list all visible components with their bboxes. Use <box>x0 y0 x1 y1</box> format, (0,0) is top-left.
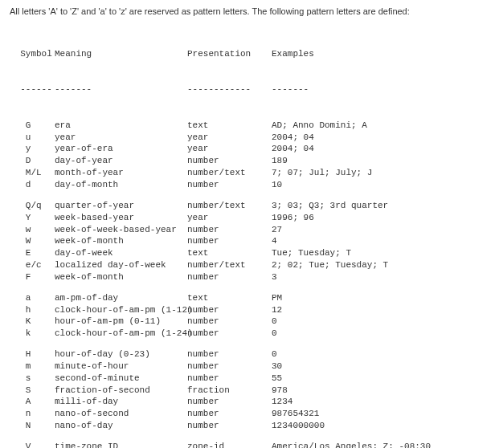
cell-presentation: fraction <box>187 385 272 397</box>
cell-presentation: number <box>187 348 272 360</box>
cell-symbol: m <box>10 360 55 373</box>
cell-symbol: N <box>10 420 55 432</box>
cell-presentation: number <box>187 235 272 247</box>
header-examples: Examples <box>272 48 493 60</box>
cell-symbol: S <box>10 385 55 397</box>
cell-examples: 0 <box>272 316 493 328</box>
cell-presentation: text <box>187 120 272 132</box>
cell-examples: 1234000000 <box>272 420 493 432</box>
header-symbol: Symbol <box>10 48 55 60</box>
cell-examples: 987654321 <box>272 408 493 420</box>
cell-presentation: text <box>187 247 272 259</box>
cell-symbol: k <box>10 328 55 340</box>
cell-examples: 189 <box>272 155 493 167</box>
table-row: Nnano-of-daynumber1234000000 <box>10 420 493 432</box>
cell-meaning: day-of-year <box>55 155 187 167</box>
cell-meaning: am-pm-of-day <box>55 292 187 304</box>
cell-presentation: number <box>187 179 272 191</box>
cell-meaning: week-of-week-based-year <box>55 224 187 236</box>
divider: ------------ <box>187 83 272 96</box>
cell-examples: 0 <box>272 348 493 360</box>
divider: ------ <box>10 83 55 96</box>
cell-presentation: number <box>187 328 272 340</box>
cell-meaning: era <box>55 120 187 132</box>
cell-presentation: number <box>187 316 272 328</box>
cell-symbol: D <box>10 155 55 167</box>
cell-presentation: number/text <box>187 259 272 271</box>
cell-examples: PM <box>272 292 493 304</box>
table-row: nnano-of-secondnumber987654321 <box>10 408 493 420</box>
cell-meaning: fraction-of-second <box>55 385 187 397</box>
cell-examples: 7; 07; Jul; July; J <box>272 167 493 179</box>
cell-meaning: clock-hour-of-am-pm (1-24) <box>55 328 187 340</box>
cell-examples: 3; 03; Q3; 3rd quarter <box>272 200 493 212</box>
cell-examples: 1996; 96 <box>272 212 493 224</box>
cell-examples: 55 <box>272 373 493 385</box>
table-row: ssecond-of-minutenumber55 <box>10 373 493 385</box>
cell-meaning: week-based-year <box>55 212 187 224</box>
table-row: uyearyear2004; 04 <box>10 132 493 144</box>
cell-presentation: year <box>187 143 272 155</box>
cell-presentation: year <box>187 212 272 224</box>
cell-symbol: a <box>10 292 55 304</box>
cell-symbol: n <box>10 408 55 420</box>
cell-meaning: nano-of-day <box>55 420 187 432</box>
cell-symbol: F <box>10 271 55 283</box>
cell-meaning: hour-of-day (0-23) <box>55 348 187 360</box>
table-row: Dday-of-yearnumber189 <box>10 155 493 167</box>
table-row: e/clocalized day-of-weeknumber/text2; 02… <box>10 259 493 271</box>
table-row: wweek-of-week-based-yearnumber27 <box>10 224 493 236</box>
cell-symbol: A <box>10 396 55 408</box>
group-gap <box>10 191 493 200</box>
cell-symbol: K <box>10 316 55 328</box>
table-row: Yweek-based-yearyear1996; 96 <box>10 212 493 224</box>
cell-examples: Tue; Tuesday; T <box>272 247 493 259</box>
cell-meaning: year <box>55 132 187 144</box>
table-divider-row: ------ ------- ------------ ------- <box>10 83 493 96</box>
divider: ------- <box>55 83 187 96</box>
table-row: Vtime-zone IDzone-idAmerica/Los_Angeles;… <box>10 441 493 448</box>
group-gap <box>10 283 493 292</box>
cell-symbol: E <box>10 247 55 259</box>
cell-symbol: H <box>10 348 55 360</box>
cell-meaning: day-of-week <box>55 247 187 259</box>
divider: ------- <box>272 83 493 96</box>
intro-text: All letters 'A' to 'Z' and 'a' to 'z' ar… <box>10 6 493 16</box>
table-row: M/Lmonth-of-yearnumber/text7; 07; Jul; J… <box>10 167 493 179</box>
group-gap <box>10 432 493 441</box>
table-row: aam-pm-of-daytextPM <box>10 292 493 304</box>
cell-presentation: number/text <box>187 200 272 212</box>
cell-symbol: e/c <box>10 259 55 271</box>
cell-presentation: zone-id <box>187 441 272 448</box>
cell-presentation: year <box>187 132 272 144</box>
table-row: Q/qquarter-of-yearnumber/text3; 03; Q3; … <box>10 200 493 212</box>
table-row: Fweek-of-monthnumber3 <box>10 271 493 283</box>
cell-presentation: number <box>187 155 272 167</box>
cell-meaning: week-of-month <box>55 235 187 247</box>
table-row: hclock-hour-of-am-pm (1-12)number12 <box>10 304 493 316</box>
cell-examples: AD; Anno Domini; A <box>272 120 493 132</box>
table-row: Eday-of-weektextTue; Tuesday; T <box>10 247 493 259</box>
header-meaning: Meaning <box>55 48 187 60</box>
cell-examples: 27 <box>272 224 493 236</box>
header-presentation: Presentation <box>187 48 272 60</box>
cell-meaning: hour-of-am-pm (0-11) <box>55 316 187 328</box>
table-row: Amilli-of-daynumber1234 <box>10 396 493 408</box>
cell-symbol: Q/q <box>10 200 55 212</box>
cell-meaning: day-of-month <box>55 179 187 191</box>
cell-symbol: V <box>10 441 55 448</box>
table-row: Wweek-of-monthnumber4 <box>10 235 493 247</box>
cell-meaning: nano-of-second <box>55 408 187 420</box>
cell-examples: 2; 02; Tue; Tuesday; T <box>272 259 493 271</box>
cell-presentation: number <box>187 408 272 420</box>
cell-presentation: text <box>187 292 272 304</box>
cell-symbol: u <box>10 132 55 144</box>
cell-examples: 3 <box>272 271 493 283</box>
cell-presentation: number <box>187 360 272 373</box>
cell-presentation: number <box>187 271 272 283</box>
cell-presentation: number <box>187 420 272 432</box>
cell-symbol: d <box>10 179 55 191</box>
cell-examples: 10 <box>272 179 493 191</box>
cell-examples: 0 <box>272 328 493 340</box>
cell-examples: 12 <box>272 304 493 316</box>
